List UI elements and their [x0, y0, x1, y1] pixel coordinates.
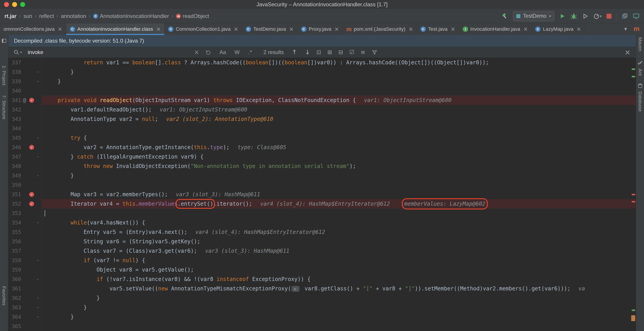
line-number[interactable]: 357 [8, 246, 21, 256]
filter-icon[interactable] [372, 49, 378, 55]
line-number[interactable]: 341 [8, 95, 21, 105]
line-number[interactable]: 356 [8, 237, 21, 246]
code-line-358[interactable]: 358› if (var7 != null) { [8, 256, 636, 265]
match-case-toggle[interactable]: Aa [220, 49, 226, 55]
fold-marker[interactable]: › [36, 256, 39, 265]
code-line-365[interactable]: 365 [8, 322, 636, 331]
windows-icon[interactable] [622, 13, 628, 19]
line-number[interactable]: 349 [8, 171, 21, 180]
code-text[interactable]: Iterator var4 = this.memberValues.entryS… [42, 199, 636, 209]
code-line-364[interactable]: 364› } [8, 312, 636, 322]
code-editor[interactable]: 337 return var1 == boolean[].class ? Arr… [8, 58, 636, 331]
line-number[interactable]: 338 [8, 67, 21, 77]
line-number[interactable]: 362 [8, 293, 21, 303]
code-text[interactable]: } catch (IllegalArgumentException var9) … [42, 152, 636, 161]
fold-marker[interactable]: › [36, 152, 39, 161]
fold-marker[interactable]: › [36, 171, 39, 180]
code-line-337[interactable]: 337 return var1 == boolean[].class ? Arr… [8, 58, 636, 67]
close-icon[interactable]: × [58, 26, 62, 32]
fold-marker[interactable]: › [36, 218, 39, 227]
code-line-346[interactable]: 346✓ var2 = AnnotationType.getInstance(t… [8, 143, 636, 152]
fold-marker[interactable]: › [36, 293, 39, 303]
code-line-354[interactable]: 354› while(var4.hasNext()) { [8, 218, 636, 227]
line-number[interactable]: 351 [8, 190, 21, 199]
code-text[interactable]: return var1 == boolean[].class ? Arrays.… [42, 58, 636, 67]
code-text[interactable]: } [42, 312, 636, 322]
code-text[interactable] [42, 209, 636, 218]
close-icon[interactable]: × [408, 26, 413, 32]
line-number[interactable]: 355 [8, 227, 21, 237]
code-line-360[interactable]: 360› if (!var7.isInstance(var8) && !(var… [8, 275, 636, 284]
breadcrumb-item-annotation[interactable]: annotation [61, 13, 86, 19]
code-text[interactable]: throw new InvalidObjectException("Non-an… [42, 161, 636, 171]
code-line-345[interactable]: 345› try { [8, 133, 636, 143]
search-in-selection-icon[interactable]: ⊡ [316, 49, 321, 55]
line-number[interactable]: 337 [8, 58, 21, 67]
breakpoint-icon[interactable]: ✓ [29, 192, 34, 197]
code-text[interactable]: } [42, 171, 636, 180]
debug-bug-icon[interactable] [570, 13, 577, 19]
fold-marker[interactable]: › [36, 275, 39, 284]
line-number[interactable]: 353 [8, 209, 21, 218]
code-line-351[interactable]: 351✓ Map var3 = var2.memberTypes();var3 … [8, 190, 636, 199]
next-occurrence-icon[interactable]: ↓ [305, 49, 310, 56]
tab-ommoncollections-java[interactable]: ommonCollections.java× [0, 23, 66, 35]
line-number[interactable]: 364 [8, 312, 21, 322]
code-line-361[interactable]: 361 var5.setValue((new AnnotationTypeMis… [8, 284, 636, 293]
fold-marker[interactable]: › [36, 312, 39, 322]
code-line-342[interactable]: 342 var1.defaultReadObject();var1: Objec… [8, 105, 636, 114]
code-line-352[interactable]: 352✓ Iterator var4 = this.memberValues.e… [8, 199, 636, 209]
close-icon[interactable]: × [289, 26, 294, 32]
breadcrumb-item-sun[interactable]: sun [24, 13, 32, 19]
breakpoint-icon[interactable]: ✓ [29, 145, 34, 150]
tab-pom-xml-javasecurity[interactable]: mpom.xml (JavaSecurity)× [343, 23, 417, 35]
fold-marker[interactable]: › [36, 77, 39, 86]
code-text[interactable]: var5.setValue((new AnnotationTypeMismatc… [42, 284, 636, 293]
line-number[interactable]: 350 [8, 180, 21, 190]
select-all-occurrences-icon[interactable]: ☑ [350, 49, 354, 55]
tab-testdemo-java[interactable]: CTestDemo.java× [242, 23, 298, 35]
add-occurrence-icon[interactable]: ⊞ [328, 49, 332, 55]
monitor-icon[interactable] [633, 13, 640, 19]
line-number[interactable]: 358 [8, 256, 21, 265]
code-text[interactable]: while(var4.hasNext()) { [42, 218, 636, 227]
line-number[interactable]: 360 [8, 275, 21, 284]
code-text[interactable] [42, 180, 636, 190]
regex-toggle[interactable]: .* [248, 49, 252, 55]
search-input[interactable]: ▾ invoke × [14, 48, 211, 56]
code-text[interactable]: var2 = AnnotationType.getInstance(this.t… [42, 143, 636, 152]
line-number[interactable]: 343 [8, 114, 21, 124]
code-line-363[interactable]: 363› } [8, 303, 636, 312]
code-text[interactable]: Map var3 = var2.memberTypes();var3 (slot… [42, 190, 636, 199]
maven-tool-button[interactable]: m [634, 23, 640, 34]
breakpoint-icon[interactable]: ✓ [29, 201, 34, 206]
run-button[interactable] [559, 13, 566, 19]
fold-marker[interactable]: › [36, 133, 39, 143]
build-hammer-icon[interactable] [501, 13, 508, 19]
close-icon[interactable]: × [156, 26, 161, 32]
code-text[interactable]: var1.defaultReadObject();var1: ObjectInp… [42, 105, 636, 114]
toolwindow-database[interactable]: Database [638, 91, 643, 112]
toolwindow-ant[interactable]: Ant [638, 69, 643, 76]
code-line-339[interactable]: 339› } [8, 77, 636, 86]
code-line-355[interactable]: 355 Entry var5 = (Entry)var4.next();var4… [8, 227, 636, 237]
code-line-347[interactable]: 347› } catch (IllegalArgumentException v… [8, 152, 636, 161]
code-text[interactable]: Class var7 = (Class)var3.get(var6);var3 … [42, 246, 636, 256]
breadcrumb-item-rt-jar[interactable]: rt.jar [4, 13, 16, 19]
code-text[interactable]: } [42, 303, 636, 312]
line-number[interactable]: 347 [8, 152, 21, 161]
line-number[interactable]: 342 [8, 105, 21, 114]
profiler-icon[interactable]: ▾ [593, 13, 602, 19]
remove-occurrence-icon[interactable]: ⊟ [338, 49, 343, 55]
code-text[interactable] [42, 86, 636, 95]
code-text[interactable]: String var6 = (String)var5.getKey(); [42, 237, 636, 246]
stop-button[interactable] [606, 14, 612, 19]
breadcrumb-item-annotationinvocationhandler[interactable]: CAnnotationInvocationHandler [93, 13, 169, 19]
sidebar-item-project[interactable]: 1: Project [1, 65, 7, 85]
code-line-341[interactable]: 341@✓ private void readObject(ObjectInpu… [8, 95, 636, 105]
code-text[interactable]: Entry var5 = (Entry)var4.next();var4 (sl… [42, 227, 636, 237]
previous-occurrence-icon[interactable]: ↑ [292, 49, 297, 56]
close-button[interactable] [4, 2, 9, 7]
close-search-icon[interactable]: × [624, 48, 630, 56]
tab-commoncollection1-java[interactable]: CCommonCollection1.java× [164, 23, 242, 35]
